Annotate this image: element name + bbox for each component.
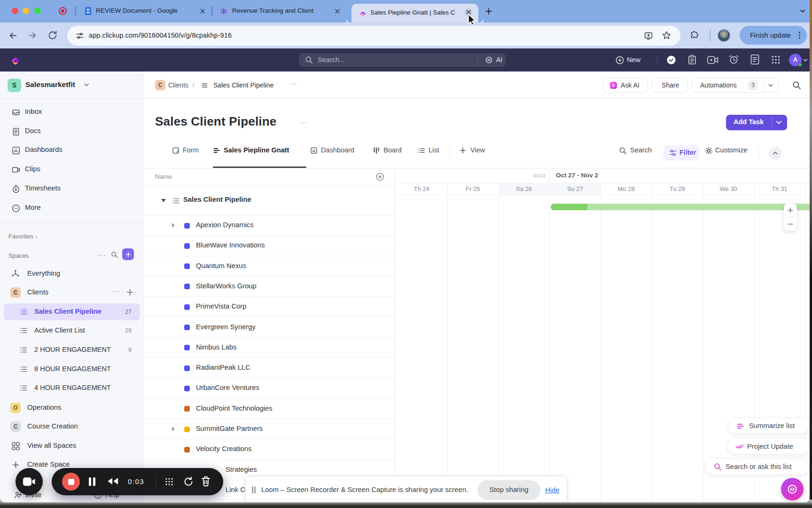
view-customize[interactable]: Customize bbox=[715, 146, 748, 154]
spaces-section-label[interactable]: Spaces bbox=[8, 252, 29, 259]
tab-close-icon[interactable] bbox=[334, 8, 341, 15]
add-column-icon[interactable] bbox=[376, 173, 384, 181]
sidebar-item-timesheets[interactable]: Timesheets bbox=[0, 180, 144, 199]
sidebar-item-inbox[interactable]: Inbox bbox=[0, 103, 144, 122]
task-row-urbancore-ventures[interactable]: UrbanCore Ventures bbox=[144, 378, 395, 398]
new-button[interactable]: New bbox=[627, 56, 640, 64]
install-app-icon[interactable] bbox=[643, 31, 654, 41]
macos-zoom-button[interactable] bbox=[34, 8, 41, 14]
header-search-icon[interactable] bbox=[792, 81, 801, 90]
add-task-chevron-icon[interactable] bbox=[775, 119, 782, 126]
breadcrumb-more-icon[interactable]: ··· bbox=[289, 80, 297, 87]
sidebar-list-8-hour-engagement[interactable]: 8 HOUR ENGAGEMENT bbox=[4, 361, 140, 378]
sidebar-list-2-hour-engagement[interactable]: 2 HOUR ENGAGEMENT9 bbox=[4, 341, 140, 358]
share-button[interactable]: Share bbox=[652, 78, 688, 93]
workspace-name[interactable]: Salesmarketfit bbox=[25, 80, 75, 89]
spaces-search-icon[interactable] bbox=[111, 251, 118, 258]
sidebar-list-sales-client-pipeline[interactable]: Sales Client Pipeline27 bbox=[4, 303, 140, 320]
collapse-header-button[interactable] bbox=[769, 147, 782, 160]
task-row-primevista-corp[interactable]: PrimeVista Corp bbox=[144, 297, 395, 317]
avatar-chevron-icon[interactable] bbox=[803, 58, 808, 62]
loom-pause-icon[interactable] bbox=[88, 477, 96, 486]
clipboard-icon[interactable] bbox=[687, 55, 697, 65]
zoom-in-button[interactable] bbox=[784, 204, 797, 217]
breadcrumb-space[interactable]: Clients bbox=[168, 81, 188, 89]
macos-close-button[interactable] bbox=[12, 8, 18, 14]
tab-search-chevron-icon[interactable] bbox=[798, 6, 807, 16]
sidebar-item-more[interactable]: More bbox=[0, 199, 144, 218]
back-icon[interactable] bbox=[8, 30, 18, 41]
task-row-summitgate-partners[interactable]: SummitGate Partners bbox=[144, 419, 395, 439]
finish-update-button[interactable]: Finish update bbox=[740, 26, 807, 45]
add-task-button[interactable]: Add Task bbox=[726, 115, 787, 130]
loom-drag-grid-icon[interactable] bbox=[164, 477, 174, 486]
global-search-input[interactable]: Search... AI bbox=[299, 53, 506, 67]
breadcrumb-page[interactable]: Sales Client Pipeline bbox=[213, 81, 273, 89]
tab-close-icon[interactable] bbox=[199, 8, 206, 15]
task-row-cloudpoint-technologies[interactable]: CloudPoint Technologies bbox=[144, 399, 395, 419]
sidebar-item-clips[interactable]: Clips bbox=[0, 160, 144, 180]
hide-link[interactable]: Hide bbox=[545, 486, 559, 494]
stop-sharing-button[interactable]: Stop sharing bbox=[477, 480, 540, 500]
project-update-button[interactable]: Project Update bbox=[727, 438, 809, 454]
tab-revenue-tracking[interactable]: Revenue Tracking and Client bbox=[217, 0, 349, 23]
sidebar-item-operations[interactable]: O Operations bbox=[0, 398, 144, 417]
loom-trash-icon[interactable] bbox=[201, 476, 211, 487]
tab-sales-pipeline-active[interactable]: Sales Piepline Gnatt | Sales C bbox=[351, 4, 478, 23]
todo-check-icon[interactable] bbox=[666, 55, 676, 65]
automations-chevron-icon[interactable] bbox=[768, 83, 773, 87]
task-row-apexion-dynamics[interactable]: Apexion Dynamics bbox=[144, 215, 395, 236]
clients-add-icon[interactable] bbox=[126, 289, 133, 296]
bookmark-star-icon[interactable] bbox=[661, 30, 672, 41]
view-search[interactable]: Search bbox=[630, 146, 652, 154]
sidebar-list-active-client-list[interactable]: Active Client List29 bbox=[4, 322, 140, 339]
gantt-summary-bar[interactable] bbox=[551, 204, 810, 210]
address-bar[interactable]: app.clickup.com/9016004150/v/g/8cpakhp-9… bbox=[67, 26, 680, 46]
user-avatar[interactable]: A bbox=[789, 54, 802, 66]
forward-icon[interactable] bbox=[27, 30, 38, 41]
summarize-list-button[interactable]: Summarize list bbox=[728, 418, 809, 434]
spaces-more-icon[interactable]: ··· bbox=[98, 251, 106, 259]
extensions-icon[interactable] bbox=[689, 30, 700, 41]
search-ask-list-button[interactable]: Search or ask this list bbox=[705, 458, 809, 475]
sidebar-item-docs[interactable]: Docs bbox=[0, 122, 144, 142]
clickup-logo[interactable] bbox=[10, 54, 21, 65]
notepad-icon[interactable] bbox=[750, 54, 759, 65]
clickup-ai-fab[interactable] bbox=[781, 478, 804, 500]
collapse-caret-icon[interactable] bbox=[161, 199, 166, 202]
sidebar-item-dashboards[interactable]: Dashboards bbox=[0, 141, 144, 160]
task-group-header[interactable]: Sales Client Pipeline bbox=[144, 186, 395, 215]
browser-menu-icon[interactable] bbox=[795, 31, 804, 40]
automations-button[interactable]: Automations 3 bbox=[692, 78, 779, 93]
workspace-chevron-icon[interactable] bbox=[84, 83, 89, 87]
task-row-quantum-nexus[interactable]: Quantum Nexus bbox=[144, 256, 395, 277]
task-row-velocity-creations[interactable]: Velocity Creations bbox=[144, 439, 395, 460]
reminder-alarm-icon[interactable] bbox=[728, 54, 739, 65]
new-tab-button[interactable] bbox=[484, 7, 493, 16]
loom-rewind-icon[interactable] bbox=[107, 477, 118, 485]
title-more-icon[interactable]: ··· bbox=[299, 118, 307, 126]
loom-camera-bubble[interactable] bbox=[16, 468, 43, 495]
loom-stop-button[interactable] bbox=[62, 473, 80, 491]
sidebar-item-everything[interactable]: Everything bbox=[0, 264, 144, 283]
loom-restart-icon[interactable] bbox=[183, 476, 194, 487]
task-row-bluewave-innovations[interactable]: BlueWave Innovations bbox=[144, 236, 395, 256]
task-row-stellarworks-group[interactable]: StellarWorks Group bbox=[144, 277, 395, 297]
task-row-nimbus-labs[interactable]: Nimbus Labs bbox=[144, 338, 395, 358]
clip-record-icon[interactable] bbox=[707, 56, 718, 64]
expand-caret-icon[interactable] bbox=[172, 427, 175, 431]
add-space-button[interactable] bbox=[122, 248, 134, 260]
ask-ai-button[interactable]: Ask AI bbox=[603, 78, 648, 93]
view-filter[interactable]: Filter bbox=[664, 145, 699, 160]
favorites-section[interactable]: Favorites › bbox=[8, 233, 37, 240]
tab-review-document[interactable]: REVIEW Document - Google bbox=[81, 0, 209, 23]
task-row-evergreen-synergy[interactable]: Evergreen Synergy bbox=[144, 318, 395, 338]
sidebar-item-view-all-spaces[interactable]: View all Spaces bbox=[0, 437, 144, 455]
browser-profile-avatar[interactable] bbox=[718, 29, 730, 42]
zoom-out-button[interactable] bbox=[784, 217, 797, 231]
sidebar-item-course-creation[interactable]: C Course Creation bbox=[0, 417, 144, 436]
reload-icon[interactable] bbox=[47, 30, 58, 40]
apps-grid-icon[interactable] bbox=[771, 55, 781, 64]
expand-caret-icon[interactable] bbox=[172, 223, 175, 228]
clients-more-icon[interactable]: ··· bbox=[111, 287, 119, 295]
